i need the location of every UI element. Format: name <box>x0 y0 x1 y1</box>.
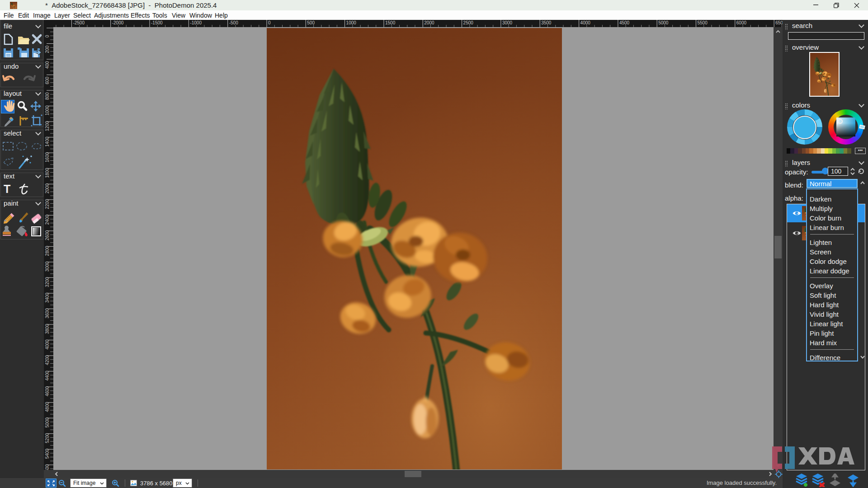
svg-text:5400: 5400 <box>45 449 50 459</box>
svg-text:1600: 1600 <box>45 152 50 163</box>
svg-text:4400: 4400 <box>45 371 50 381</box>
svg-text:6500: 6500 <box>775 20 783 25</box>
svg-text:3400: 3400 <box>45 292 50 303</box>
svg-text:4500: 4500 <box>619 20 630 25</box>
svg-text:3600: 3600 <box>45 308 50 319</box>
svg-text:2200: 2200 <box>45 199 50 209</box>
svg-text:1000: 1000 <box>346 20 357 25</box>
svg-text:600: 600 <box>45 76 50 84</box>
svg-text:5000: 5000 <box>45 418 50 428</box>
svg-text:1500: 1500 <box>385 20 396 25</box>
svg-text:1400: 1400 <box>45 136 50 147</box>
svg-text:-500: -500 <box>229 20 238 25</box>
svg-text:2800: 2800 <box>45 246 50 256</box>
svg-text:3000: 3000 <box>502 20 513 25</box>
svg-text:4200: 4200 <box>45 355 50 365</box>
svg-text:3500: 3500 <box>541 20 552 25</box>
svg-text:-2000: -2000 <box>112 20 124 25</box>
svg-text:1800: 1800 <box>45 168 50 178</box>
svg-text:2400: 2400 <box>45 215 50 225</box>
svg-text:1000: 1000 <box>45 105 50 116</box>
svg-text:6000: 6000 <box>736 20 747 25</box>
svg-text:4000: 4000 <box>580 20 591 25</box>
svg-text:400: 400 <box>45 61 50 69</box>
svg-text:3800: 3800 <box>45 324 50 334</box>
svg-text:2000: 2000 <box>424 20 434 25</box>
svg-text:500: 500 <box>307 20 315 25</box>
svg-text:1200: 1200 <box>45 121 50 131</box>
svg-text:4800: 4800 <box>45 402 50 412</box>
svg-text:2000: 2000 <box>45 183 50 194</box>
svg-text:5200: 5200 <box>45 433 50 443</box>
svg-text:4600: 4600 <box>45 386 50 396</box>
svg-text:2600: 2600 <box>45 230 50 240</box>
svg-text:-2500: -2500 <box>73 20 85 25</box>
svg-text:5000: 5000 <box>658 20 669 25</box>
svg-text:2500: 2500 <box>463 20 474 25</box>
svg-text:3000: 3000 <box>45 261 50 272</box>
svg-text:0: 0 <box>45 35 50 38</box>
svg-text:0: 0 <box>268 20 271 25</box>
svg-text:-1000: -1000 <box>190 20 202 25</box>
svg-text:800: 800 <box>45 92 50 100</box>
svg-text:-1500: -1500 <box>151 20 163 25</box>
svg-text:4000: 4000 <box>45 339 50 350</box>
svg-text:3200: 3200 <box>45 277 50 287</box>
svg-text:5500: 5500 <box>698 20 708 25</box>
svg-text:200: 200 <box>45 45 50 53</box>
